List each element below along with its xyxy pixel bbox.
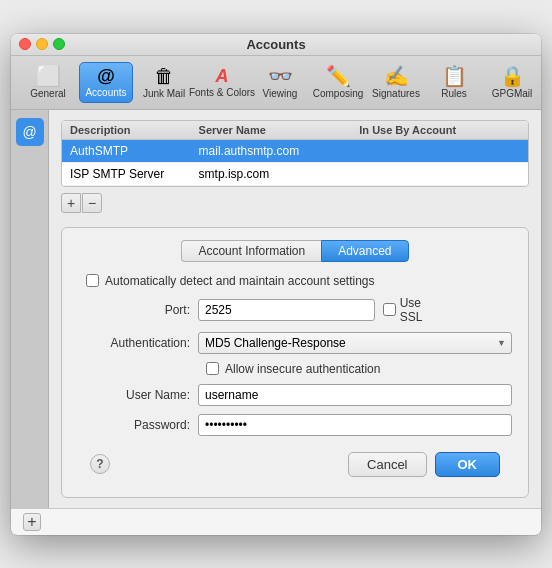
action-buttons: Cancel OK <box>348 452 500 477</box>
allow-insecure-label: Allow insecure authentication <box>225 362 380 376</box>
auto-detect-row: Automatically detect and maintain accoun… <box>78 274 512 288</box>
junk-mail-icon: 🗑 <box>154 66 174 86</box>
fonts-colors-label: Fonts & Colors <box>189 87 255 98</box>
signatures-label: Signatures <box>372 88 420 99</box>
gpgmail-icon: 🔒 <box>500 66 525 86</box>
table-controls: + − <box>61 193 529 213</box>
col-description: Description <box>70 124 199 136</box>
add-account-row: + <box>11 508 541 535</box>
viewing-label: Viewing <box>263 88 298 99</box>
maximize-button[interactable] <box>53 38 65 50</box>
auth-select-wrapper: None Password MD5 Challenge-Response NTL… <box>198 332 512 354</box>
bottom-bar: ? Cancel OK <box>78 444 512 485</box>
toolbar-item-rules[interactable]: 📋 Rules <box>427 62 481 103</box>
table-row[interactable]: AuthSMTP mail.authsmtp.com <box>62 140 528 163</box>
toolbar-item-junk-mail[interactable]: 🗑 Junk Mail <box>137 62 191 103</box>
toolbar-item-composing[interactable]: ✏️ Composing <box>311 62 365 103</box>
add-account-button[interactable]: + <box>61 193 81 213</box>
gpgmail-label: GPGMail <box>492 88 533 99</box>
password-input[interactable] <box>198 414 512 436</box>
toolbar: ⬜ General @ Accounts 🗑 Junk Mail A Fonts… <box>11 56 541 110</box>
port-label: Port: <box>78 303 198 317</box>
accounts-table: Description Server Name In Use By Accoun… <box>61 120 529 187</box>
fonts-colors-icon: A <box>216 67 229 85</box>
remove-account-button[interactable]: − <box>82 193 102 213</box>
toolbar-item-fonts-colors[interactable]: A Fonts & Colors <box>195 63 249 102</box>
toolbar-item-gpgmail[interactable]: 🔒 GPGMail <box>485 62 539 103</box>
tab-account-information[interactable]: Account Information <box>181 240 321 262</box>
composing-icon: ✏️ <box>326 66 351 86</box>
auto-detect-checkbox[interactable] <box>86 274 99 287</box>
port-control-group: Use SSL <box>198 296 434 324</box>
junk-mail-label: Junk Mail <box>143 88 185 99</box>
composing-label: Composing <box>313 88 364 99</box>
window-title: Accounts <box>246 37 305 52</box>
allow-insecure-row: Allow insecure authentication <box>78 362 512 376</box>
viewing-icon: 👓 <box>268 66 293 86</box>
auto-detect-label: Automatically detect and maintain accoun… <box>105 274 374 288</box>
rules-icon: 📋 <box>442 66 467 86</box>
row-description: AuthSMTP <box>70 144 199 158</box>
cancel-button[interactable]: Cancel <box>348 452 426 477</box>
auth-select[interactable]: None Password MD5 Challenge-Response NTL… <box>198 332 512 354</box>
auth-row: Authentication: None Password MD5 Challe… <box>78 332 512 354</box>
username-input[interactable] <box>198 384 512 406</box>
row-in-use <box>359 144 520 158</box>
titlebar: Accounts <box>11 34 541 56</box>
accounts-icon: @ <box>97 67 115 85</box>
toolbar-item-accounts[interactable]: @ Accounts <box>79 62 133 103</box>
rules-label: Rules <box>441 88 467 99</box>
main-panel: Description Server Name In Use By Accoun… <box>49 110 541 508</box>
general-icon: ⬜ <box>36 66 61 86</box>
toolbar-item-general[interactable]: ⬜ General <box>21 62 75 103</box>
password-row: Password: <box>78 414 512 436</box>
table-body: AuthSMTP mail.authsmtp.com ISP SMTP Serv… <box>62 140 528 186</box>
use-ssl-label: Use SSL <box>400 296 435 324</box>
signatures-icon: ✍️ <box>384 66 409 86</box>
password-label: Password: <box>78 418 198 432</box>
tab-bar: Account Information Advanced <box>78 240 512 262</box>
username-row: User Name: <box>78 384 512 406</box>
allow-insecure-checkbox[interactable] <box>206 362 219 375</box>
ok-button[interactable]: OK <box>435 452 501 477</box>
general-label: General <box>30 88 66 99</box>
col-in-use: In Use By Account <box>359 124 520 136</box>
close-button[interactable] <box>19 38 31 50</box>
detail-panel: Account Information Advanced Automatical… <box>61 227 529 498</box>
sidebar-account-icon[interactable]: @ <box>16 118 44 146</box>
port-input[interactable] <box>198 299 375 321</box>
sidebar: @ <box>11 110 49 508</box>
table-header: Description Server Name In Use By Accoun… <box>62 121 528 140</box>
auth-label: Authentication: <box>78 336 198 350</box>
col-server-name: Server Name <box>199 124 360 136</box>
username-label: User Name: <box>78 388 198 402</box>
table-row[interactable]: ISP SMTP Server smtp.isp.com <box>62 163 528 186</box>
minimize-button[interactable] <box>36 38 48 50</box>
row-description: ISP SMTP Server <box>70 167 199 181</box>
row-in-use <box>359 167 520 181</box>
port-row: Port: Use SSL <box>78 296 512 324</box>
accounts-label: Accounts <box>85 87 126 98</box>
tab-advanced[interactable]: Advanced <box>321 240 408 262</box>
traffic-lights <box>19 38 65 50</box>
help-button[interactable]: ? <box>90 454 110 474</box>
toolbar-item-viewing[interactable]: 👓 Viewing <box>253 62 307 103</box>
row-server: mail.authsmtp.com <box>199 144 360 158</box>
row-server: smtp.isp.com <box>199 167 360 181</box>
toolbar-item-signatures[interactable]: ✍️ Signatures <box>369 62 423 103</box>
use-ssl-checkbox[interactable] <box>383 303 396 316</box>
add-bottom-button[interactable]: + <box>23 513 41 531</box>
